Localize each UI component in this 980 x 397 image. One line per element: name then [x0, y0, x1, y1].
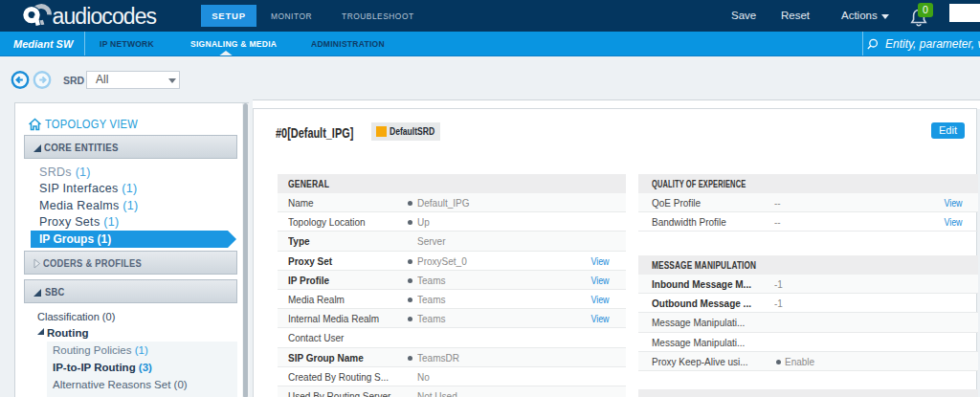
svg-text:audiocodes: audiocodes: [53, 4, 157, 29]
